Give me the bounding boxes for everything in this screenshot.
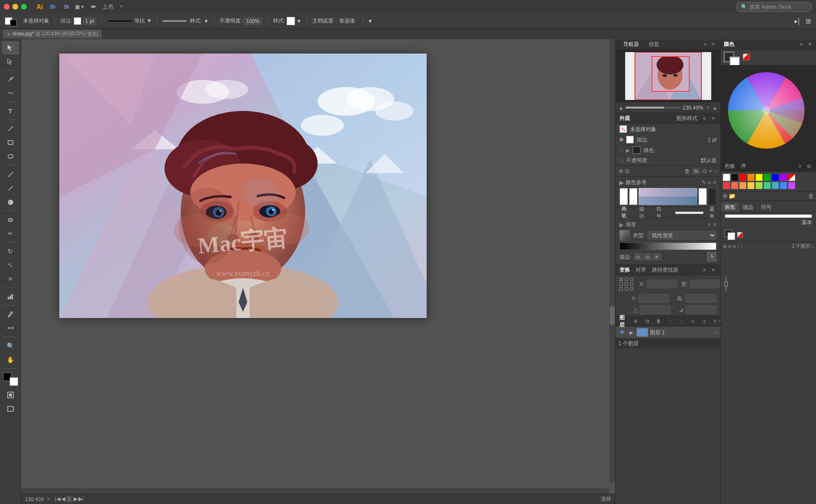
lb-btn-3[interactable]: ✕ (732, 244, 736, 249)
lb-layer-vis[interactable]: ○ (811, 244, 814, 249)
transform-close-btn[interactable]: ✕ (710, 267, 717, 274)
grid-br[interactable] (630, 287, 633, 291)
last-page-btn[interactable]: ▶| (78, 496, 84, 502)
stroke-visibility[interactable] (619, 138, 623, 142)
graphic-style-tab[interactable]: 图形样式 (676, 115, 697, 122)
info-tab[interactable]: 信息 (645, 40, 663, 49)
add-btn[interactable]: + (709, 168, 712, 175)
swatch-white[interactable] (723, 174, 730, 181)
clock-btn[interactable]: ⊙ (702, 168, 707, 175)
gradient-bar[interactable] (619, 242, 717, 250)
grid-mc[interactable] (625, 283, 628, 286)
swatches-grid-btn[interactable]: ⊞ (805, 163, 812, 170)
lb-btn-1[interactable]: ⊕ (723, 244, 727, 249)
appearance-menu-btn[interactable]: ≡ (701, 115, 708, 122)
prev-page-btn[interactable]: ◀ (61, 496, 65, 502)
panel-toggle-right[interactable]: ▸| (793, 16, 802, 26)
gradient-menu-btn[interactable]: ≡ (708, 222, 711, 227)
stroke-stroke-tab[interactable]: 描边 (739, 203, 757, 212)
screen-mode[interactable] (2, 402, 19, 416)
swatch-red[interactable] (739, 174, 747, 181)
rotate-tool[interactable]: ↻ (2, 244, 19, 258)
search-bar[interactable]: 🔍 搜索 Adobe Stock (736, 2, 812, 12)
stroke-brush-tab[interactable]: 画笔 (721, 203, 739, 212)
pencil-tool[interactable] (2, 181, 19, 195)
grid-tc[interactable] (625, 278, 628, 281)
lb-btn-5[interactable]: ↓ (740, 244, 743, 249)
swatch-c2-1[interactable] (723, 182, 730, 189)
sw-folder-btn[interactable]: 📁 (728, 193, 736, 199)
stroke-style[interactable]: 等比 ▼ (105, 16, 154, 25)
eraser-tool[interactable] (2, 213, 19, 226)
gradient-type-select[interactable]: 线性渐变 径向渐变 (648, 231, 717, 240)
lb-btn-4[interactable]: ↑ (737, 244, 739, 249)
stroke-symbol-tab[interactable]: 符号 (757, 203, 775, 212)
crs-option-btn[interactable] (708, 188, 717, 205)
crs-white-2[interactable] (629, 188, 638, 205)
gs-btn-2[interactable]: ▤ (644, 253, 651, 260)
fx-btn[interactable]: fx (692, 168, 700, 175)
swatch-c2-7[interactable] (772, 182, 779, 189)
v-scrollbar-thumb[interactable] (610, 306, 615, 325)
zoom-tool[interactable]: 🔍 (2, 339, 19, 352)
column-graph-tool[interactable] (2, 290, 19, 303)
document-tab[interactable]: ✕ draw.jpg* @ 130.43% (RGB/GPU 预览) (3, 30, 102, 38)
gradient-expand[interactable]: ▶ (619, 221, 624, 228)
stroke-color[interactable] (74, 17, 81, 25)
gradient-swatch-main[interactable] (619, 230, 630, 241)
panel-close-btn[interactable]: ✕ (710, 41, 717, 48)
swatch-c2-5[interactable] (755, 182, 763, 189)
style-selector[interactable]: 样式: ▼ (271, 16, 304, 26)
color-ref-menu-btn[interactable]: ≡ (708, 180, 711, 186)
gradient-angle-input[interactable] (707, 252, 717, 262)
grid-bc[interactable] (625, 287, 628, 291)
grid-mr[interactable] (630, 283, 633, 286)
gs-btn-3[interactable]: ◩ (653, 253, 661, 260)
swatch-green[interactable] (763, 174, 771, 181)
gs-btn-1[interactable]: ▨ (634, 253, 642, 260)
swatch-c2-6[interactable] (763, 182, 771, 189)
stroke-swatch-main[interactable] (10, 377, 18, 386)
opacity-visibility[interactable] (619, 159, 623, 163)
curvature-tool[interactable]: 〜 (2, 87, 19, 100)
maximize-button[interactable] (21, 4, 27, 10)
direct-selection-tool[interactable] (2, 55, 19, 68)
zoom-percent[interactable]: 130.439 (25, 496, 44, 502)
nav-preview-area[interactable] (616, 50, 720, 102)
swatches-tab[interactable]: 色板 (725, 163, 735, 170)
pen-tool[interactable] (2, 73, 19, 86)
grid-tr[interactable] (630, 278, 633, 281)
crs-add-btn[interactable]: + (698, 188, 707, 205)
stroke-color-swatch[interactable] (626, 136, 634, 143)
layers-arrange-4[interactable]: ≥ (699, 317, 710, 326)
swatches-list-btn[interactable]: ≡ (797, 163, 804, 170)
gradient-close-btn[interactable]: ✕ (713, 222, 717, 227)
layers-add-btn[interactable]: ⊕ (630, 317, 641, 326)
grid-ml[interactable] (619, 283, 623, 286)
crs-grad-bottom[interactable] (639, 197, 697, 205)
appearance-close-btn[interactable]: ✕ (710, 115, 717, 122)
delete-btn[interactable]: 🗑 (684, 168, 690, 175)
grid-bl[interactable] (619, 287, 623, 291)
layer-expand-btn[interactable]: ▶ (628, 329, 635, 336)
swatches-tab-2[interactable]: 序 (741, 163, 746, 170)
artboard[interactable]: Mac宇宙 www.yuanyz6.cn (59, 54, 427, 318)
sw-delete-btn[interactable]: 🗑 (808, 193, 814, 199)
brush-preset-bar[interactable] (725, 214, 812, 218)
swatch-c2-4[interactable] (747, 182, 755, 189)
swatch-c2-2[interactable] (731, 182, 739, 189)
swatch-yellow[interactable] (755, 174, 763, 181)
swatch-black[interactable] (731, 174, 739, 181)
navigator-tab[interactable]: 导航器 (619, 40, 643, 49)
duplicate-btn[interactable]: ⧉ (625, 168, 629, 175)
style-swatch[interactable] (287, 17, 295, 25)
pathfinder-tab[interactable]: 路径查找器 (652, 266, 678, 274)
swatch-c2-9[interactable] (788, 182, 795, 189)
color-ref-edit-btn[interactable]: ✎ (702, 179, 706, 186)
layers-arrange-3[interactable]: ≤ (688, 317, 698, 326)
angle-input[interactable] (640, 306, 671, 314)
br-icon[interactable]: Br (48, 1, 58, 12)
shear-input[interactable] (685, 306, 717, 314)
style-dropdown[interactable]: ▼ (203, 18, 209, 24)
crs-grad-top[interactable] (639, 188, 697, 197)
